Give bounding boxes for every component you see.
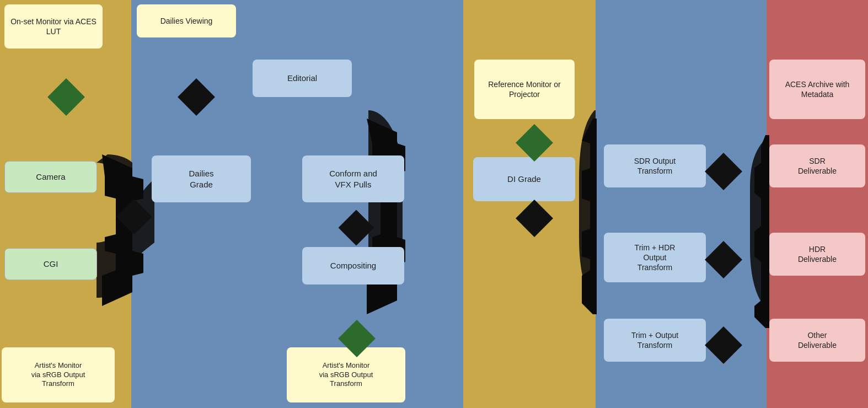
hdr-deliverable-node: HDRDeliverable xyxy=(769,233,865,276)
sdr-deliverable-node: SDRDeliverable xyxy=(769,144,865,187)
artists-monitor-1-node: Artist's Monitorvia sRGB OutputTransform xyxy=(2,347,115,402)
other-deliverable-node: OtherDeliverable xyxy=(769,319,865,362)
conform-vfx-node: Conform andVFX Pulls xyxy=(302,155,404,202)
reference-monitor-node: Reference Monitor or Projector xyxy=(474,60,575,119)
dailies-grade-node: DailiesGrade xyxy=(152,155,251,202)
cgi-node: CGI xyxy=(4,248,97,280)
trim-output-node: Trim + OutputTransform xyxy=(604,319,706,362)
aces-archive-node: ACES Archive with Metadata xyxy=(769,60,865,119)
trim-hdr-node: Trim + HDROutputTransform xyxy=(604,233,706,282)
compositing-node: Compositing xyxy=(302,247,404,284)
artists-monitor-2-node: Artist's Monitorvia sRGB OutputTransform xyxy=(287,347,405,402)
di-grade-node: DI Grade xyxy=(473,157,575,201)
bg-col-gold-left xyxy=(0,0,131,408)
sdr-output-node: SDR OutputTransform xyxy=(604,144,706,187)
camera-node: Camera xyxy=(4,161,97,193)
on-set-monitor-node: On-set Monitor via ACES LUT xyxy=(4,4,103,49)
dailies-viewing-node: Dailies Viewing xyxy=(137,4,236,37)
editorial-node: Editorial xyxy=(253,60,352,97)
